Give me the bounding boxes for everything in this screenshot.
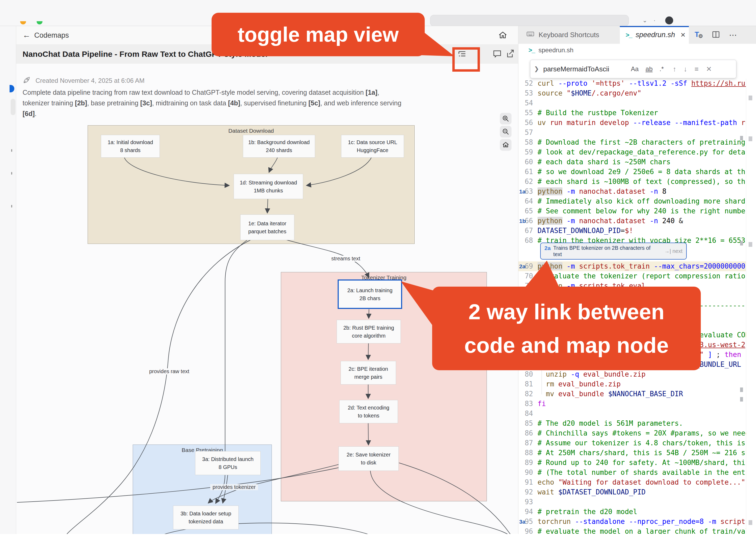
traffic-light-minimize[interactable] [20, 21, 26, 24]
map-node-1d[interactable]: 1d: Streaming download1MB chunks [234, 174, 303, 199]
code-line-89[interactable]: 89# Round up to 240 for safety. At ~100M… [518, 458, 746, 468]
reset-view-home-button[interactable] [500, 139, 512, 151]
find-input[interactable]: parseMermaidToAscii [543, 65, 631, 73]
map-node-chip-2a[interactable]: 2a Trains BPE tokenizer on 2B characters… [540, 243, 687, 260]
map-ref-badge-2a[interactable]: 2a [519, 261, 525, 271]
code-line-88[interactable]: 88# At 250M chars/shard, this is 54B / 2… [518, 448, 746, 458]
code-line-85[interactable]: 85# The d20 model is 561M parameters. [518, 419, 746, 428]
map-ref-2b[interactable]: [2b] [75, 99, 87, 107]
panel-divider[interactable] [518, 26, 518, 534]
code-line-57[interactable]: 57 [518, 128, 746, 137]
comment-indicator-dot[interactable] [10, 85, 14, 92]
code-line-60[interactable]: 60# each data shard is ~250M chars [518, 157, 746, 167]
map-node-2a-selected[interactable]: 2a: Launch training2B chars [338, 279, 402, 309]
map-node-2c[interactable]: 2c: BPE iterationmerge pairs [341, 361, 396, 385]
code-line-91[interactable]: 91echo "Waiting for dataset download to … [518, 477, 746, 487]
scroll-indicator-pill[interactable] [11, 99, 15, 115]
map-node-1b[interactable]: 1b: Background download240 shards [243, 135, 315, 158]
comment-icon[interactable] [492, 49, 502, 59]
code-token [562, 217, 567, 225]
map-ref-3c[interactable]: [3c] [140, 99, 152, 107]
browser-profile-avatar[interactable] [665, 16, 673, 24]
code-line-83[interactable]: 83fi [518, 399, 746, 409]
traffic-light-zoom[interactable] [37, 21, 42, 24]
code-token: --proto [558, 79, 591, 87]
map-ref-6d[interactable]: [6d] [23, 110, 35, 117]
map-node-2e[interactable]: 2e: Save tokenizerto disk [338, 446, 399, 471]
tab-speedrun-sh-active[interactable]: >_ speedrun.sh ✕ [620, 26, 695, 44]
annotation-highlight-box [452, 47, 480, 72]
code-line-94[interactable]: 94# pretrain the d20 model [518, 507, 746, 517]
match-case-toggle[interactable]: Aa [631, 65, 638, 73]
split-editor-icon[interactable] [712, 31, 720, 40]
code-line-59[interactable]: 59# look at dev/repackage_data_reference… [518, 147, 746, 157]
code-line-64[interactable]: 64# Immediately also kick off downloadin… [518, 196, 746, 206]
line-number: 92 [518, 487, 533, 497]
code-line-87[interactable]: 87# Assume our tokenizer is 4.8 chars/to… [518, 438, 746, 448]
map-ref-1a[interactable]: [1a] [366, 89, 377, 96]
map-node-1a[interactable]: 1a: Initial download8 shards [101, 135, 160, 158]
next-link[interactable]: →| next [664, 248, 682, 254]
more-actions-icon[interactable]: ⋯ [729, 30, 737, 40]
find-in-selection-icon[interactable]: ≡ [695, 65, 699, 73]
code-line-61[interactable]: 61# so we download 2e9 / 250e6 = 8 data … [518, 167, 746, 177]
code-line-53[interactable]: 53source "$HOME/.cargo/env" [518, 88, 746, 98]
code-line-95[interactable]: 3a95torchrun --standalone --nproc_per_no… [518, 517, 746, 527]
back-button[interactable]: ←Codemaps [23, 31, 69, 40]
previous-match-icon[interactable]: ↑ [673, 65, 676, 73]
back-label: Codemaps [34, 31, 69, 39]
map-ref-badge-3a[interactable]: 3a [519, 517, 525, 527]
code-token: $HOME [571, 89, 591, 97]
code-line-96[interactable]: 96# evaluate the model on a larger chunk… [518, 527, 746, 534]
home-icon[interactable] [498, 31, 507, 40]
close-tab-icon[interactable]: ✕ [680, 31, 686, 39]
code-line-80[interactable]: 80 unzip -q eval_bundle.zip [518, 369, 746, 379]
code-line-70[interactable]: 70# evaluate the tokenizer (report compr… [518, 271, 746, 281]
code-line-93[interactable]: 93 [518, 497, 746, 507]
whole-word-toggle[interactable]: ab [646, 65, 653, 73]
zoom-in-button[interactable] [500, 113, 512, 124]
map-node-2d[interactable]: 2d: Text encodingto tokens [339, 400, 398, 423]
regex-toggle[interactable]: .* [660, 65, 664, 73]
code-line-55[interactable]: 55# Build the rustbpe Tokenizer [518, 108, 746, 118]
code-token: # each shard is ~100MB of text (compress… [538, 178, 745, 186]
code-line-65[interactable]: 65# See comment below for why 240 is the… [518, 206, 746, 216]
code-line-86[interactable]: 86# Chinchilla says #tokens = 20X #param… [518, 428, 746, 438]
address-bar[interactable] [430, 15, 629, 26]
code-line-81[interactable]: 81 rm eval_bundle.zip [518, 379, 746, 389]
code-line-66[interactable]: 1b66python -m nanochat.dataset -n 240 & [518, 216, 746, 226]
code-line-56[interactable]: 56uv run maturin develop --release --man… [518, 118, 746, 128]
code-line-54[interactable]: 54 [518, 98, 746, 108]
map-ref-5c[interactable]: [5c] [308, 99, 320, 107]
map-node-1e[interactable]: 1e: Data iteratorparquet batches [240, 214, 294, 240]
code-token: # See comment below for why 240 is the r… [538, 207, 746, 215]
browser-extension-icon[interactable]: ⌄ [642, 17, 647, 24]
code-line-52[interactable]: 52curl --proto '=https' --tlsv1.2 -sSf h… [518, 79, 746, 88]
breadcrumb[interactable]: >_ speedrun.sh [518, 44, 756, 56]
map-ref-badge-1a[interactable]: 1a [519, 187, 525, 196]
toggle-replace-chevron-icon[interactable]: ❯ [534, 66, 539, 72]
line-number: 58 [518, 137, 533, 147]
code-line-62[interactable]: 62# each shard is ~100MB of text (compre… [518, 177, 746, 187]
share-icon[interactable] [505, 49, 515, 59]
map-node-3b[interactable]: 3b: Data loader setuptokenized data [173, 506, 239, 529]
code-line-92[interactable]: 92wait $DATASET_DOWNLOAD_PID [518, 487, 746, 497]
text-size-settings-icon[interactable]: T⚙ [695, 31, 703, 39]
code-line-90[interactable]: 90# (The total number of shards availabl… [518, 468, 746, 477]
map-node-1c[interactable]: 1c: Data source URLHuggingFace [341, 135, 404, 158]
map-ref-badge-1b[interactable]: 1b [519, 216, 526, 226]
code-line-63[interactable]: 1a63python -m nanochat.dataset -n 8 [518, 187, 746, 196]
close-find-icon[interactable]: ✕ [706, 65, 712, 73]
map-node-3a[interactable]: 3a: Distributed launch8 GPUs [195, 451, 261, 475]
map-ref-4b[interactable]: [4b] [228, 99, 240, 107]
code-line-69[interactable]: 2a69python -m scripts.tok_train --max_ch… [518, 261, 746, 271]
code-line-82[interactable]: 82 mv eval_bundle $NANOCHAT_BASE_DIR [518, 389, 746, 399]
code-line-84[interactable]: 84 [518, 409, 746, 419]
code-line-58[interactable]: 58# Download the first ~2B characters of… [518, 137, 746, 147]
browser-menu-icon[interactable]: · [654, 17, 655, 24]
map-node-2b[interactable]: 2b: Rust BPE trainingcore algorithm [337, 320, 401, 343]
next-match-icon[interactable]: ↓ [684, 65, 687, 73]
code-line-67[interactable]: 67DATASET_DOWNLOAD_PID=$! [518, 226, 746, 236]
zoom-out-button[interactable] [500, 126, 512, 137]
tab-keyboard-shortcuts[interactable]: Keyboard Shortcuts [518, 26, 628, 44]
